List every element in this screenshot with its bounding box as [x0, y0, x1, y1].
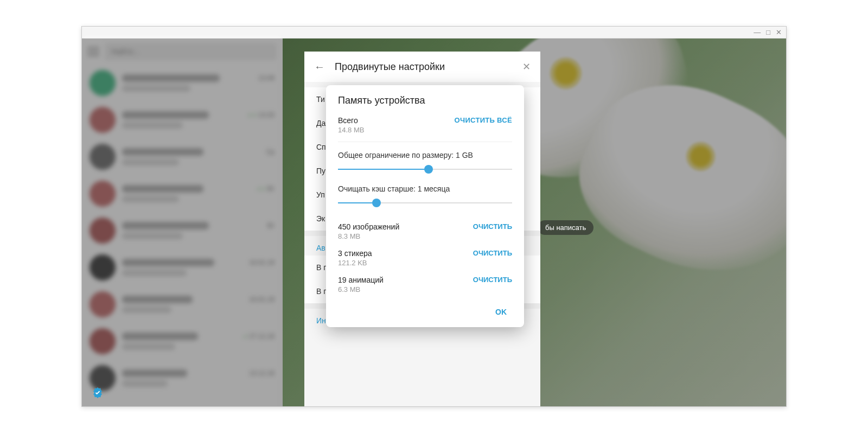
ok-button[interactable]: OK — [490, 304, 512, 320]
age-limit-label: Очищать кэш старше: 1 месяца — [338, 184, 512, 193]
clear-all-button[interactable]: ОЧИСТИТЬ ВСЁ — [455, 116, 512, 124]
write-hint-badge: бы написать — [538, 220, 593, 235]
clear-item-button[interactable]: ОЧИСТИТЬ — [473, 222, 512, 231]
cache-item-size: 121.2 KB — [338, 259, 372, 267]
cache-item-size: 6.3 MB — [338, 285, 384, 293]
total-label: Всего — [338, 116, 364, 125]
close-window-button[interactable]: ✕ — [776, 29, 782, 36]
size-limit-label: Общее ограничение по размеру: 1 GB — [338, 151, 512, 159]
maximize-button[interactable]: □ — [766, 29, 770, 36]
total-size: 14.8 MB — [338, 126, 364, 134]
advanced-title: Продвинутые настройки — [335, 61, 513, 73]
size-limit-slider[interactable] — [338, 165, 512, 174]
age-limit-slider[interactable] — [338, 199, 512, 207]
back-arrow-icon[interactable]: ← — [314, 61, 325, 73]
cache-item-title: 19 анимаций — [338, 276, 384, 284]
close-panel-icon[interactable]: ✕ — [522, 61, 531, 73]
cache-item-row: 450 изображений 8.3 MB ОЧИСТИТЬ — [338, 218, 512, 245]
cache-item-row: 19 анимаций 6.3 MB ОЧИСТИТЬ — [338, 271, 512, 298]
verified-badge-icon — [92, 387, 104, 399]
clear-item-button[interactable]: ОЧИСТИТЬ — [473, 276, 512, 284]
cache-item-title: 3 стикера — [338, 249, 372, 258]
cache-item-title: 450 изображений — [338, 222, 399, 231]
window-titlebar: — □ ✕ — [82, 27, 786, 39]
cache-item-size: 8.3 MB — [338, 232, 399, 240]
minimize-button[interactable]: — — [754, 29, 761, 36]
clear-item-button[interactable]: ОЧИСТИТЬ — [473, 249, 512, 257]
dialog-title: Память устройства — [338, 95, 512, 106]
cache-item-row: 3 стикера 121.2 KB ОЧИСТИТЬ — [338, 245, 512, 271]
device-memory-dialog: Память устройства Всего 14.8 MB ОЧИСТИТЬ… — [326, 85, 524, 327]
